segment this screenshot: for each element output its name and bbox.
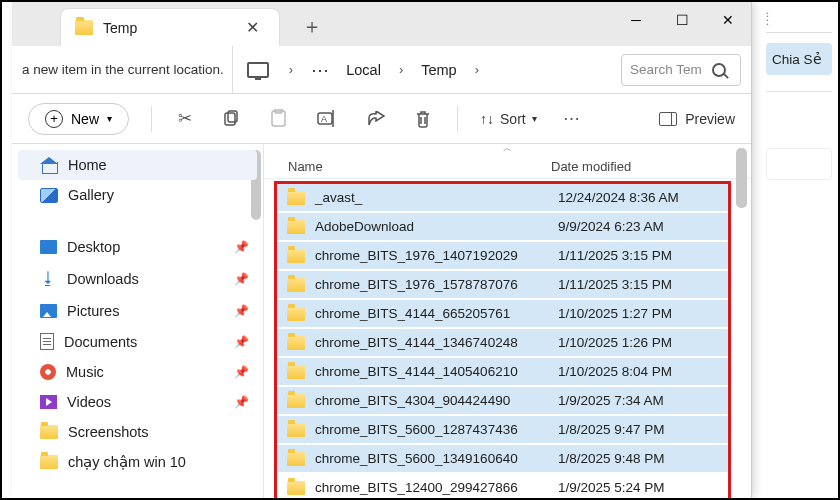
chevron-right-icon: › — [469, 62, 485, 77]
file-date: 1/8/2025 9:47 PM — [558, 422, 718, 437]
copy-icon[interactable] — [218, 106, 244, 132]
file-date: 1/10/2025 8:04 PM — [558, 364, 718, 379]
sidebar-label: Downloads — [67, 271, 139, 287]
file-name: chrome_BITS_4144_1405406210 — [315, 364, 558, 379]
folder-icon — [287, 452, 305, 466]
sidebar-label: Desktop — [67, 239, 120, 255]
delete-icon[interactable] — [411, 106, 435, 132]
chevron-right-icon[interactable]: › — [283, 62, 299, 77]
file-row[interactable]: chrome_BITS_4144_14054062101/10/2025 8:0… — [277, 358, 728, 387]
folder-icon — [287, 307, 305, 321]
chevron-right-icon: › — [393, 62, 409, 77]
sidebar-label: Screenshots — [68, 424, 149, 440]
file-row[interactable]: chrome_BITS_1976_14071920291/11/2025 3:1… — [277, 242, 728, 271]
overflow-icon[interactable]: ⋯ — [307, 59, 334, 81]
tab-temp[interactable]: Temp ✕ — [60, 8, 280, 46]
main-scrollbar[interactable] — [736, 148, 747, 208]
file-list-pane: ︿ Name Date modified _avast_12/24/2024 8… — [264, 144, 751, 498]
share-icon[interactable] — [363, 107, 389, 131]
folder-icon — [40, 425, 58, 439]
file-row[interactable]: chrome_BITS_4144_6652057611/10/2025 1:27… — [277, 300, 728, 329]
sidebar-item-music[interactable]: Music📌 — [12, 357, 263, 387]
breadcrumb-local[interactable]: Local — [342, 62, 385, 78]
videos-icon — [40, 395, 57, 409]
documents-icon — [40, 333, 54, 350]
file-date: 9/9/2024 6:23 AM — [558, 219, 718, 234]
preview-icon — [659, 112, 677, 126]
file-date: 1/9/2025 7:34 AM — [558, 393, 718, 408]
sidebar-label: Documents — [64, 334, 137, 350]
sidebar-item-documents[interactable]: Documents📌 — [12, 326, 263, 357]
folder-icon — [287, 336, 305, 350]
right-side-panel: ⦙ Chia Sẻ — [760, 2, 838, 498]
file-date: 1/8/2025 9:48 PM — [558, 451, 718, 466]
more-icon[interactable]: ⋯ — [559, 104, 584, 133]
svg-rect-0 — [225, 113, 235, 125]
pin-icon: 📌 — [234, 272, 249, 286]
sidebar-item-gallery[interactable]: Gallery — [12, 180, 263, 210]
sidebar-item-home[interactable]: Home — [18, 150, 257, 180]
sidebar-item-screenshots[interactable]: Screenshots — [12, 417, 263, 447]
col-date[interactable]: Date modified — [551, 159, 721, 174]
close-window-button[interactable]: ✕ — [705, 2, 751, 38]
folder-icon — [287, 423, 305, 437]
folder-icon — [287, 394, 305, 408]
sort-caret-icon: ︿ — [264, 144, 751, 155]
sort-button[interactable]: ↑↓ Sort ▾ — [480, 111, 537, 127]
sidebar-label: Videos — [67, 394, 111, 410]
cut-icon[interactable]: ✂ — [174, 104, 196, 133]
sidebar-item-pictures[interactable]: Pictures📌 — [12, 296, 263, 326]
sidebar-label: chạy chậm win 10 — [68, 454, 186, 470]
folder-icon — [287, 249, 305, 263]
file-row[interactable]: chrome_BITS_4304_9044244901/9/2025 7:34 … — [277, 387, 728, 416]
search-input[interactable]: Search Tem — [621, 54, 741, 86]
address-bar: a new item in the current location. › ⋯ … — [12, 46, 751, 94]
preview-button[interactable]: Preview — [659, 111, 735, 127]
folder-icon — [75, 20, 93, 35]
close-tab-icon[interactable]: ✕ — [240, 16, 265, 39]
folder-icon — [40, 455, 58, 469]
file-name: chrome_BITS_1976_1407192029 — [315, 248, 558, 263]
monitor-icon[interactable] — [247, 62, 269, 78]
file-date: 1/11/2025 3:15 PM — [558, 248, 718, 263]
sidebar: Home Gallery Desktop📌 ⭳Downloads📌 Pictur… — [12, 144, 264, 498]
file-name: AdobeDownload — [315, 219, 558, 234]
paste-icon[interactable] — [266, 105, 291, 132]
file-date: 1/10/2025 1:27 PM — [558, 306, 718, 321]
file-name: chrome_BITS_4304_904424490 — [315, 393, 558, 408]
file-row[interactable]: chrome_BITS_4144_13467402481/10/2025 1:2… — [277, 329, 728, 358]
sidebar-item-desktop[interactable]: Desktop📌 — [12, 232, 263, 262]
home-icon — [40, 157, 58, 173]
sidebar-label: Home — [68, 157, 107, 173]
file-name: chrome_BITS_5600_1287437436 — [315, 422, 558, 437]
desktop-icon — [40, 240, 57, 254]
column-headers[interactable]: Name Date modified — [264, 155, 751, 179]
file-row[interactable]: chrome_BITS_12400_2994278661/9/2025 5:24… — [277, 474, 728, 498]
pin-icon: 📌 — [234, 240, 249, 254]
new-tab-button[interactable]: ＋ — [292, 7, 332, 46]
rename-icon[interactable]: A — [313, 106, 341, 131]
breadcrumb-temp[interactable]: Temp — [417, 62, 460, 78]
right-panel-label[interactable]: Chia Sẻ — [766, 43, 832, 75]
downloads-icon: ⭳ — [40, 269, 57, 289]
music-icon — [40, 364, 56, 380]
file-name: _avast_ — [315, 190, 558, 205]
pin-icon: 📌 — [234, 335, 249, 349]
file-row[interactable]: AdobeDownload9/9/2024 6:23 AM — [277, 213, 728, 242]
file-row[interactable]: chrome_BITS_5600_12874374361/8/2025 9:47… — [277, 416, 728, 445]
sidebar-item-downloads[interactable]: ⭳Downloads📌 — [12, 262, 263, 296]
explorer-window: Temp ✕ ＋ ─ ☐ ✕ a new item in the current… — [12, 2, 752, 498]
new-button[interactable]: + New ▾ — [28, 103, 129, 135]
sidebar-item-videos[interactable]: Videos📌 — [12, 387, 263, 417]
maximize-button[interactable]: ☐ — [659, 2, 705, 38]
file-name: chrome_BITS_4144_1346740248 — [315, 335, 558, 350]
sidebar-item-chaycham[interactable]: chạy chậm win 10 — [12, 447, 263, 477]
file-row[interactable]: _avast_12/24/2024 8:36 AM — [277, 184, 728, 213]
hint-text: a new item in the current location. — [22, 46, 233, 93]
file-row[interactable]: chrome_BITS_5600_13491606401/8/2025 9:48… — [277, 445, 728, 474]
file-name: chrome_BITS_12400_299427866 — [315, 480, 558, 495]
col-name[interactable]: Name — [288, 159, 551, 174]
tab-bar: Temp ✕ ＋ ─ ☐ ✕ — [12, 2, 751, 46]
minimize-button[interactable]: ─ — [613, 2, 659, 38]
file-row[interactable]: chrome_BITS_1976_15787870761/11/2025 3:1… — [277, 271, 728, 300]
